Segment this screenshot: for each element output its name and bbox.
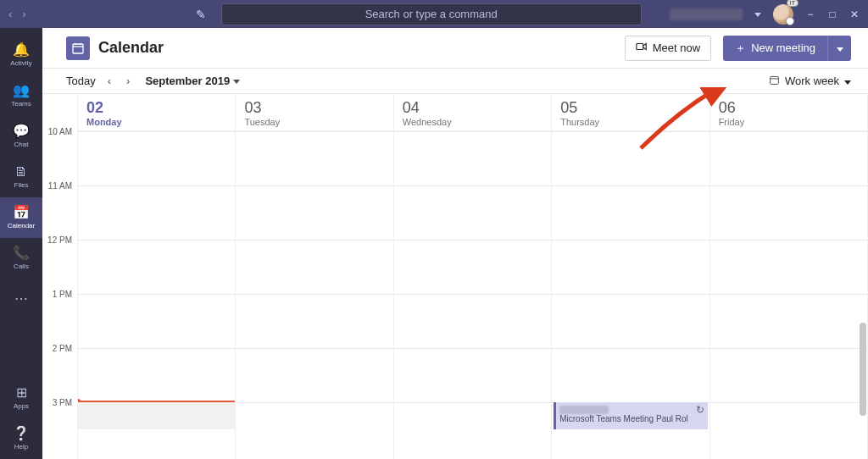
slots [236,131,392,459]
time-label: 3 PM [53,398,72,407]
rail-label: Calendar [8,222,35,230]
month-chevron-icon[interactable] [233,76,240,86]
org-dropdown[interactable] [754,9,761,19]
chevron-down-icon [844,75,851,87]
slots [710,131,867,459]
view-switcher[interactable]: Work week [769,75,851,88]
teams-icon: 👥 [13,84,30,97]
time-label: 12 PM [47,235,72,245]
rail-label: Calls [14,263,29,270]
back-button[interactable]: ‹ [8,8,12,20]
calendar-grid: 10 AM11 AM12 PM1 PM2 PM3 PM 02Monday03Tu… [42,94,868,459]
day-header[interactable]: 06Friday [710,94,867,131]
rail-label: Help [14,443,28,451]
time-label: 11 AM [48,181,72,191]
chat-icon: 💬 [13,124,30,138]
slots [78,131,235,459]
time-label: 10 AM [48,127,72,136]
recurring-icon: ↻ [696,404,704,416]
compose-icon[interactable]: ✎ [196,8,206,21]
search-input[interactable]: Search or type a command [221,3,642,25]
day-number: 04 [403,99,542,117]
slots [394,131,551,459]
calendar-event[interactable]: ↻Microsoft Teams Meeting Paul Rol [554,402,707,429]
page-header: Calendar Meet now ＋ New meeting [42,28,868,69]
meet-now-label: Meet now [653,41,700,54]
help-icon: ❔ [13,427,30,440]
file-icon: 🗎 [14,165,28,179]
day-header[interactable]: 03Tuesday [236,94,392,131]
event-subject-blurred [559,406,609,414]
app-rail: 🔔 Activity 👥 Teams 💬 Chat 🗎 Files 📅 Cale… [0,28,42,459]
day-header[interactable]: 02Monday [78,94,235,131]
rail-label: Files [14,181,29,189]
calendar-icon: 📅 [13,206,30,219]
new-meeting-label: New meeting [751,41,815,54]
today-button[interactable]: Today [66,75,96,87]
rail-files[interactable]: 🗎 Files [0,157,42,197]
rail-apps[interactable]: ⊞ Apps [0,378,42,418]
org-name-blurred [670,8,743,20]
main-area: Calendar Meet now ＋ New meeting [42,28,868,459]
window-close[interactable]: ✕ [849,9,860,19]
avatar[interactable] [773,4,793,25]
apps-icon: ⊞ [16,386,27,400]
month-label[interactable]: September 2019 [145,75,230,87]
day-number: 02 [86,99,226,117]
window-maximize[interactable]: □ [827,9,837,19]
window-minimize[interactable]: − [805,9,815,19]
rail-label: Teams [11,100,31,108]
day-name: Monday [86,117,226,127]
calendar-toolbar: Today ‹ › September 2019 Work week [42,69,868,94]
time-label: 2 PM [53,344,72,353]
day-name: Wednesday [403,117,542,127]
rail-label: Chat [14,141,29,148]
prev-week-button[interactable]: ‹ [108,75,111,87]
bell-icon: 🔔 [13,43,30,57]
time-gutter: 10 AM11 AM12 PM1 PM2 PM3 PM [42,94,78,459]
day-name: Thursday [560,117,700,127]
day-column[interactable]: 02Monday [78,94,236,459]
day-number: 05 [560,99,700,117]
day-header[interactable]: 05Thursday [552,94,709,131]
day-column[interactable]: 03Tuesday [236,94,393,459]
day-number: 06 [719,99,859,117]
view-label: Work week [785,75,839,87]
event-subtitle: Microsoft Teams Meeting Paul Rol [559,414,704,423]
rail-label: Apps [14,402,29,410]
busy-block [78,402,235,429]
page-title: Calendar [98,39,164,57]
day-number: 03 [244,99,384,117]
rail-teams[interactable]: 👥 Teams [0,75,42,116]
calendar-small-icon [769,75,780,88]
plus-icon: ＋ [735,41,746,56]
rail-help[interactable]: ❔ Help [0,418,42,459]
day-column[interactable]: 05Thursday↻Microsoft Teams Meeting Paul … [552,94,709,459]
day-column[interactable]: 06Friday [710,94,868,459]
day-columns: 02Monday03Tuesday04Wednesday05Thursday↻M… [78,94,868,459]
scrollbar[interactable] [860,323,866,416]
day-column[interactable]: 04Wednesday [394,94,552,459]
new-meeting-dropdown[interactable] [827,36,851,61]
rail-calls[interactable]: 📞 Calls [0,238,42,279]
rail-chat[interactable]: 💬 Chat [0,116,42,157]
forward-button[interactable]: › [22,8,25,20]
more-icon: ⋯ [14,292,28,306]
rail-calendar[interactable]: 📅 Calendar [0,197,42,238]
svg-rect-4 [637,44,643,50]
chevron-down-icon [837,41,843,54]
svg-rect-5 [771,76,779,84]
search-placeholder: Search or type a command [365,8,498,20]
day-name: Tuesday [244,117,384,127]
new-meeting-button[interactable]: ＋ New meeting [723,36,827,61]
next-week-button[interactable]: › [126,75,130,87]
calendar-app-icon [66,36,90,60]
meet-now-button[interactable]: Meet now [625,36,711,61]
phone-icon: 📞 [13,246,30,260]
rail-activity[interactable]: 🔔 Activity [0,35,42,75]
rail-more[interactable]: ⋯ [0,279,42,319]
day-header[interactable]: 04Wednesday [394,94,551,131]
time-label: 1 PM [53,290,72,299]
title-bar: ‹ › ✎ Search or type a command − □ ✕ [0,0,868,28]
day-name: Friday [719,117,859,127]
